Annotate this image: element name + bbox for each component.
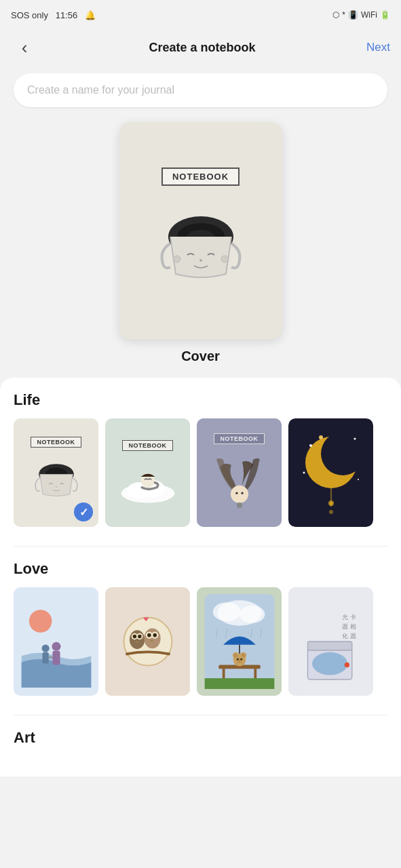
life-cover-2-illustration xyxy=(117,458,178,505)
life-cover-4-illustration xyxy=(294,425,368,520)
svg-point-5 xyxy=(221,256,228,262)
svg-point-20 xyxy=(354,438,356,440)
svg-point-3 xyxy=(199,259,202,262)
svg-point-50 xyxy=(240,606,265,623)
life-cover-2-label: NOTEBOOK xyxy=(122,440,172,451)
cover-section-label: Cover xyxy=(181,349,220,364)
cover-preview-card: NOTEBOOK xyxy=(119,122,282,339)
svg-text:化: 化 xyxy=(341,633,347,639)
love-cover-3-illustration xyxy=(202,594,277,689)
page-title: Create a notebook xyxy=(149,41,255,55)
svg-point-62 xyxy=(233,654,237,658)
svg-rect-31 xyxy=(42,652,48,664)
svg-point-22 xyxy=(358,479,359,480)
vibrate-icon: 📳 xyxy=(348,10,358,20)
svg-text:愿: 愿 xyxy=(341,623,347,630)
svg-point-14 xyxy=(235,492,237,494)
life-cover-4-inner xyxy=(288,418,373,527)
life-cover-3-label: NOTEBOOK xyxy=(214,433,264,444)
life-cover-3[interactable]: NOTEBOOK xyxy=(197,418,282,527)
bluetooth-icon: * xyxy=(342,10,345,20)
svg-text:卡: 卡 xyxy=(350,614,356,620)
love-cover-3[interactable] xyxy=(197,587,282,696)
svg-point-16 xyxy=(236,502,242,508)
wifi-icon: WiFi xyxy=(361,10,377,20)
svg-point-19 xyxy=(309,444,312,447)
svg-rect-33 xyxy=(52,651,60,665)
life-cover-1-label: NOTEBOOK xyxy=(31,437,81,448)
svg-point-49 xyxy=(212,602,240,621)
cover-preview-section: NOTEBOOK Cover xyxy=(0,115,401,378)
svg-point-40 xyxy=(132,635,136,639)
next-button[interactable]: Next xyxy=(366,41,390,54)
svg-rect-67 xyxy=(204,678,274,689)
svg-point-29 xyxy=(28,610,52,633)
header: ‹ Create a notebook Next xyxy=(0,30,401,65)
life-cover-4[interactable] xyxy=(288,418,373,527)
nfc-icon: ⬡ xyxy=(332,10,339,20)
svg-point-21 xyxy=(303,472,305,474)
svg-text:允: 允 xyxy=(341,614,347,620)
category-love-title: Love xyxy=(14,560,387,578)
category-life-title: Life xyxy=(14,391,387,409)
journal-name-input[interactable] xyxy=(14,73,387,107)
svg-point-63 xyxy=(241,654,245,658)
life-cover-1-illustration xyxy=(33,454,80,509)
back-button[interactable]: ‹ xyxy=(11,34,38,61)
category-love: Love xyxy=(14,560,387,698)
svg-point-46 xyxy=(153,633,157,637)
life-cover-2[interactable]: NOTEBOOK xyxy=(105,418,190,527)
svg-point-41 xyxy=(138,635,142,639)
svg-point-65 xyxy=(236,658,238,660)
svg-point-27 xyxy=(329,510,333,514)
love-covers-row: 允 愿 化 卡 相 愿 xyxy=(14,587,387,698)
love-cover-1[interactable] xyxy=(14,587,98,696)
bottom-sheet: Life NOTEBOOK xyxy=(0,378,401,776)
cover-main-illustration xyxy=(157,199,245,294)
back-icon: ‹ xyxy=(22,37,28,58)
svg-point-4 xyxy=(174,256,180,262)
life-covers-row: NOTEBOOK ✓ xyxy=(14,418,387,530)
svg-point-45 xyxy=(147,633,151,637)
name-input-container xyxy=(0,65,401,115)
svg-text:愿: 愿 xyxy=(350,633,356,639)
cover-notebook-label: NOTEBOOK xyxy=(161,167,240,186)
love-cover-2[interactable] xyxy=(105,587,190,696)
category-art: Art xyxy=(14,729,387,747)
battery-icon: 🔋 xyxy=(380,10,390,20)
love-cover-1-illustration xyxy=(19,593,94,688)
category-art-title: Art xyxy=(14,729,387,747)
svg-point-77 xyxy=(312,652,347,675)
life-cover-3-illustration xyxy=(212,451,267,512)
svg-point-15 xyxy=(241,492,243,494)
svg-point-30 xyxy=(41,645,49,652)
svg-point-23 xyxy=(319,435,323,439)
svg-point-42 xyxy=(144,628,160,648)
love-cover-4[interactable]: 允 愿 化 卡 相 愿 xyxy=(288,587,373,696)
life-cover-1[interactable]: NOTEBOOK ✓ xyxy=(14,418,98,527)
svg-point-78 xyxy=(344,663,349,667)
svg-point-66 xyxy=(240,658,242,660)
category-life: Life NOTEBOOK xyxy=(14,391,387,530)
status-right-icons: ⬡ * 📳 WiFi 🔋 xyxy=(332,10,390,20)
svg-point-13 xyxy=(230,486,248,503)
status-left-text: SOS only 11:56 🔔 xyxy=(11,10,96,20)
status-bar: SOS only 11:56 🔔 ⬡ * 📳 WiFi 🔋 xyxy=(0,0,401,30)
svg-point-26 xyxy=(328,500,334,506)
art-divider xyxy=(14,715,387,715)
love-cover-4-illustration: 允 愿 化 卡 相 愿 xyxy=(294,594,368,689)
svg-point-18 xyxy=(321,432,364,475)
love-cover-2-illustration xyxy=(111,594,185,689)
selected-checkmark: ✓ xyxy=(74,502,93,521)
svg-text:相: 相 xyxy=(350,623,356,630)
svg-point-8 xyxy=(56,486,57,488)
svg-point-32 xyxy=(52,642,60,651)
svg-rect-76 xyxy=(307,642,351,650)
svg-point-37 xyxy=(129,630,144,649)
love-divider xyxy=(14,546,387,547)
